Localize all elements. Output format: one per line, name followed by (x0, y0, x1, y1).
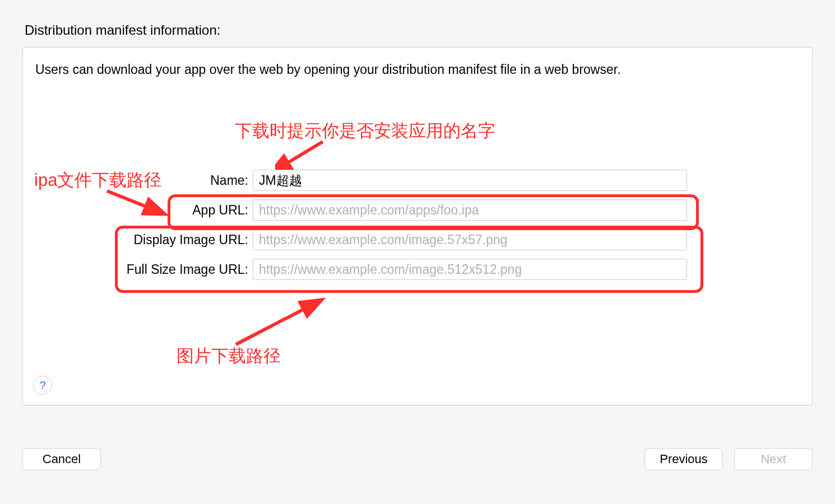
row-app-url: App URL: (23, 199, 687, 221)
label-app-url: App URL: (23, 203, 253, 218)
label-name: Name: (23, 173, 253, 188)
svg-line-0 (284, 142, 323, 165)
previous-button[interactable]: Previous (644, 448, 723, 470)
input-display-image-url[interactable] (253, 229, 687, 250)
svg-line-2 (236, 301, 320, 344)
input-app-url[interactable] (253, 199, 687, 221)
help-button[interactable]: ? (33, 376, 52, 395)
help-icon: ? (39, 379, 45, 392)
row-full-size-image-url: Full Size Image URL: (23, 259, 687, 280)
cancel-button[interactable]: Cancel (22, 448, 101, 470)
input-name[interactable] (253, 170, 687, 191)
annotation-image-hint: 图片下载路径 (177, 344, 281, 368)
annotation-arrow-image (225, 294, 331, 350)
distribution-manifest-dialog: Distribution manifest information: Users… (0, 0, 835, 504)
row-display-image-url: Display Image URL: (23, 229, 687, 250)
panel-description: Users can download your app over the web… (35, 62, 621, 77)
label-display-image-url: Display Image URL: (23, 232, 253, 248)
dialog-title: Distribution manifest information: (25, 22, 813, 38)
dialog-footer: Cancel Previous Next (22, 448, 813, 470)
next-button[interactable]: Next (734, 448, 813, 470)
row-name: Name: (23, 170, 687, 191)
manifest-panel: Users can download your app over the web… (22, 47, 813, 405)
annotation-name-hint: 下载时提示你是否安装应用的名字 (235, 119, 495, 143)
input-full-size-image-url[interactable] (253, 259, 687, 280)
label-full-size-image-url: Full Size Image URL: (23, 262, 253, 277)
